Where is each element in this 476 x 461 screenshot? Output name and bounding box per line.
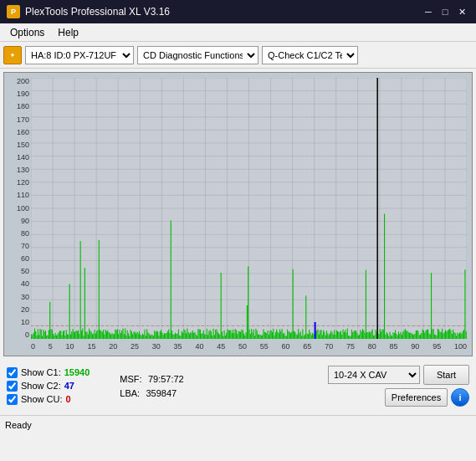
y-axis-label: 200 [6, 78, 31, 85]
msf-value: 79:57:72 [148, 374, 184, 384]
y-axis-label: 150 [6, 141, 31, 149]
show-cu-checkbox[interactable] [7, 394, 18, 405]
x-axis-label: 25 [131, 342, 139, 351]
test-select[interactable]: Q-Check C1/C2 Test [262, 46, 358, 64]
pref-info-row: Preferences i [385, 388, 469, 407]
x-axis-label: 85 [390, 342, 398, 351]
y-axis-label: 110 [6, 192, 31, 199]
menu-help[interactable]: Help [51, 25, 85, 40]
y-axis-label: 40 [6, 280, 31, 288]
x-axis-label: 80 [368, 342, 376, 351]
show-c1-checkbox[interactable] [7, 367, 18, 378]
show-c1-label: Show C1: [21, 367, 61, 377]
speed-select[interactable]: 10-24 X CAV4-8 X CAVMax X CAV [328, 366, 420, 384]
bottom-panel: Show C1: 15940 Show C2: 47 Show CU: 0 MS… [0, 360, 476, 415]
y-axis-label: 70 [6, 243, 31, 250]
show-c2-item: Show C2: 47 [7, 381, 90, 392]
y-axis-label: 20 [6, 306, 31, 314]
lba-value: 359847 [146, 388, 177, 398]
x-axis-label: 10 [66, 342, 74, 351]
x-axis-label: 0 [31, 342, 35, 351]
x-axis-label: 100 [454, 342, 467, 351]
x-axis-label: 70 [325, 342, 333, 351]
function-select[interactable]: CD Diagnostic Functions [137, 46, 258, 64]
title-bar-left: P PlexTools Professional XL V3.16 [7, 5, 170, 18]
y-axis-label: 160 [6, 129, 31, 136]
maximize-button[interactable]: □ [438, 4, 453, 19]
y-axis-label: 130 [6, 166, 31, 174]
lba-label: LBA: [120, 388, 140, 398]
msf-row: MSF: 79:57:72 [120, 373, 183, 385]
x-axis-label: 95 [432, 342, 441, 351]
menu-options[interactable]: Options [3, 25, 51, 40]
x-axis-label: 60 [282, 342, 290, 351]
start-button[interactable]: Start [423, 365, 469, 385]
stats-right: 10-24 X CAV4-8 X CAVMax X CAV Start Pref… [328, 365, 469, 407]
drive-select[interactable]: HA:8 ID:0 PX-712UF [25, 46, 134, 64]
y-axis-label: 100 [6, 205, 31, 213]
x-axis-label: 50 [238, 342, 247, 351]
close-button[interactable]: ✕ [454, 4, 469, 19]
minimize-button[interactable]: ─ [421, 4, 436, 19]
x-axis-label: 15 [87, 342, 95, 351]
y-axis-label: 80 [6, 230, 31, 238]
title-bar-title: PlexTools Professional XL V3.16 [25, 6, 170, 18]
toolbar: ● HA:8 ID:0 PX-712UF CD Diagnostic Funct… [0, 42, 476, 69]
x-axis-label: 30 [152, 342, 161, 351]
chart-canvas [31, 78, 467, 339]
msf-label: MSF: [120, 374, 141, 384]
show-c2-checkbox[interactable] [7, 381, 18, 392]
y-axis-label: 60 [6, 255, 31, 263]
show-cu-item: Show CU: 0 [7, 394, 90, 405]
x-axis-label: 35 [174, 342, 182, 351]
c2-value: 47 [64, 381, 74, 391]
info-button[interactable]: i [451, 388, 469, 407]
chart-container: 0102030405060708090100110120130140150160… [3, 72, 473, 356]
stats-row: Show C1: 15940 Show C2: 47 Show CU: 0 MS… [7, 365, 469, 407]
x-axis-label: 90 [411, 342, 419, 351]
x-axis-label: 65 [303, 342, 311, 351]
preferences-button[interactable]: Preferences [385, 388, 448, 407]
c1-value: 15940 [64, 367, 90, 377]
x-axis-label: 55 [260, 342, 269, 351]
stats-mid: MSF: 79:57:72 LBA: 359847 [120, 373, 183, 399]
menu-bar: Options Help [0, 23, 476, 42]
checkbox-group: Show C1: 15940 Show C2: 47 Show CU: 0 [7, 367, 90, 405]
y-axis-label: 180 [6, 103, 31, 110]
show-c1-item: Show C1: 15940 [7, 367, 90, 378]
x-axis-label: 75 [346, 342, 355, 351]
x-axis-label: 45 [217, 342, 225, 351]
y-axis-label: 0 [6, 331, 31, 339]
y-axis-label: 50 [6, 268, 31, 275]
y-axis-label: 10 [6, 319, 31, 326]
y-axis-label: 140 [6, 154, 31, 161]
show-cu-label: Show CU: [21, 394, 63, 404]
y-axis-label: 190 [6, 90, 31, 98]
speed-start-row: 10-24 X CAV4-8 X CAVMax X CAV Start [328, 365, 469, 385]
y-axis-label: 30 [6, 294, 31, 301]
title-bar-controls[interactable]: ─ □ ✕ [421, 4, 469, 19]
x-axis-label: 5 [49, 342, 53, 351]
show-c2-label: Show C2: [21, 381, 61, 391]
x-axis-label: 40 [195, 342, 203, 351]
title-bar: P PlexTools Professional XL V3.16 ─ □ ✕ [0, 0, 476, 23]
y-axis-label: 120 [6, 179, 31, 187]
x-axis-label: 20 [109, 342, 117, 351]
y-axis-label: 170 [6, 116, 31, 124]
status-bar: Ready [0, 415, 476, 433]
lba-row: LBA: 359847 [120, 387, 183, 399]
cu-value: 0 [66, 394, 71, 404]
x-axis-labels: 0510152025303540455055606570758085909510… [31, 339, 467, 354]
drive-icon-button[interactable]: ● [3, 46, 22, 64]
y-axis-label: 90 [6, 218, 31, 225]
app-icon: P [7, 5, 20, 18]
y-axis-labels: 0102030405060708090100110120130140150160… [6, 78, 31, 339]
status-text: Ready [5, 420, 32, 430]
